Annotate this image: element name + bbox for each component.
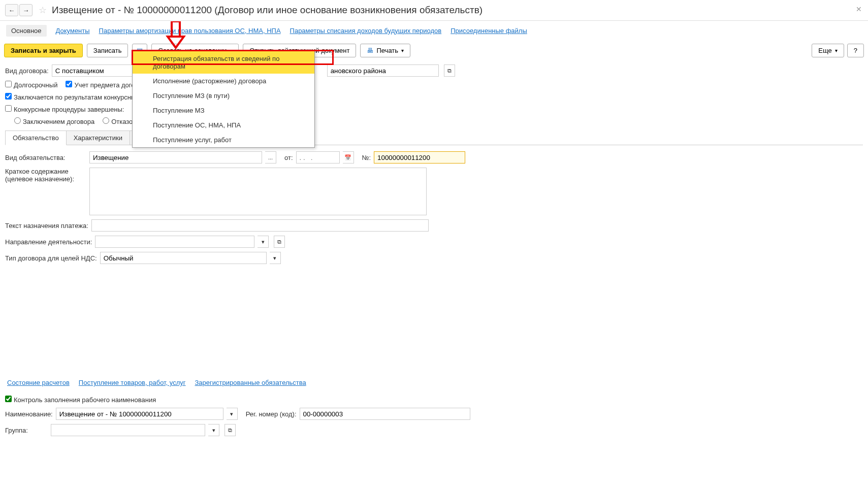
activity-label: Направление деятельности: (5, 238, 92, 246)
vat-type-dropdown-button[interactable]: ▾ (270, 252, 281, 264)
star-icon[interactable]: ☆ (39, 5, 47, 16)
vat-type-label: Тип договора для целей НДС: (5, 254, 97, 262)
bottom-form: Контроль заполнения рабочего наименовани… (0, 391, 868, 444)
summary-textarea[interactable] (89, 168, 427, 215)
close-icon[interactable]: ✕ (856, 5, 862, 13)
top-form: Вид договора: ⧉ Долгосрочный Учет предме… (0, 60, 868, 272)
control-fill-checkbox[interactable] (5, 396, 12, 402)
dropdown-item-services[interactable]: Поступление услуг, работ (133, 133, 314, 147)
reg-num-input[interactable] (300, 408, 470, 420)
procedures-done-checkbox[interactable] (5, 105, 12, 112)
by-contract-radio[interactable] (14, 117, 21, 124)
dropdown-item-mz[interactable]: Поступление МЗ (133, 103, 314, 118)
more-button[interactable]: Еще (812, 44, 844, 57)
tab-obligation[interactable]: Обязательство (5, 130, 67, 145)
obligation-type-input[interactable] (89, 151, 262, 164)
procedures-done-check-label[interactable]: Конкурсные процедуры завершены: (5, 105, 124, 113)
competitive-checkbox[interactable] (5, 93, 12, 100)
tab-content-obligation: Вид обязательства: ... от: 📅 №: Краткое … (5, 145, 863, 264)
activity-open-button[interactable]: ⧉ (274, 236, 285, 248)
printer-icon: 🖶 (367, 47, 373, 54)
group-input[interactable] (51, 424, 205, 436)
group-open-button[interactable]: ⧉ (224, 424, 236, 436)
date-picker-button[interactable]: 📅 (343, 151, 354, 164)
contractor-open-button[interactable]: ⧉ (444, 64, 455, 77)
vat-type-input[interactable] (100, 252, 267, 264)
save-close-button[interactable]: Записать и закрыть (4, 44, 83, 57)
tab-docs[interactable]: Документы (56, 27, 90, 35)
by-contract-radio-label[interactable]: Заключением договора (14, 117, 94, 125)
print-button[interactable]: 🖶Печать (360, 44, 410, 57)
tab-files[interactable]: Присоединенные файлы (451, 27, 527, 35)
titlebar: ← → ☆ Извещение от - № 10000000011200 (Д… (0, 0, 868, 21)
payment-text-input[interactable] (91, 219, 429, 232)
dropdown-item-os[interactable]: Поступление ОС, НМА, НПА (133, 118, 314, 133)
footer-links: Состояние расчетов Поступление товаров, … (0, 374, 868, 391)
activity-dropdown-button[interactable]: ▾ (258, 236, 269, 248)
obligation-type-label: Вид обязательства: (5, 154, 86, 161)
payment-text-label: Текст назначения платежа: (5, 222, 88, 230)
name-input[interactable] (56, 408, 223, 420)
control-fill-label[interactable]: Контроль заполнения рабочего наименовани… (5, 396, 156, 404)
dropdown-item-mz-transit[interactable]: Поступление МЗ (в пути) (133, 88, 314, 103)
tab-characteristics[interactable]: Характеристики (66, 130, 130, 145)
toolbar: Записать и закрыть Записать ▤ Создать на… (0, 41, 868, 60)
contract-type-label: Вид договора: (5, 67, 49, 75)
nav-back-button[interactable]: ← (5, 4, 18, 16)
summary-label: Краткое содержание (целевое назначение): (5, 168, 86, 183)
contract-type-input[interactable] (52, 64, 138, 77)
activity-input[interactable] (95, 236, 254, 248)
link-calc-state[interactable]: Состояние расчетов (7, 379, 70, 386)
reg-num-label: Рег. номер (код): (246, 410, 297, 418)
obligation-type-select-button[interactable]: ... (265, 151, 276, 164)
save-button[interactable]: Записать (87, 44, 128, 57)
print-label: Печать (376, 47, 398, 54)
contractor-input[interactable] (327, 64, 439, 77)
tab-amort[interactable]: Параметры амортизации прав пользования О… (99, 27, 281, 35)
subject-checkbox[interactable] (66, 81, 72, 87)
date-input[interactable] (296, 151, 340, 164)
group-dropdown-button[interactable]: ▾ (208, 424, 219, 436)
from-label: от: (284, 154, 293, 161)
create-based-dropdown: Регистрация обязательств и сведений по д… (132, 51, 315, 148)
name-label: Наименование: (5, 410, 53, 418)
tab-main[interactable]: Основное (6, 25, 47, 37)
dropdown-item-register[interactable]: Регистрация обязательств и сведений по д… (133, 51, 314, 74)
dropdown-item-execute[interactable]: Исполнение (расторжение) договора (133, 74, 314, 88)
link-goods-receipt[interactable]: Поступление товаров, работ, услуг (79, 379, 186, 386)
tab-links: Основное Документы Параметры амортизации… (0, 21, 868, 41)
longterm-checkbox[interactable] (5, 81, 12, 87)
num-input[interactable] (374, 151, 465, 164)
name-dropdown-button[interactable]: ▾ (227, 408, 238, 420)
longterm-check-label[interactable]: Долгосрочный (5, 81, 57, 89)
page-title: Извещение от - № 10000000011200 (Договор… (52, 5, 483, 16)
help-button[interactable]: ? (847, 44, 864, 57)
tab-income[interactable]: Параметры списания доходов будущих перио… (290, 27, 442, 35)
nav-forward-button[interactable]: → (19, 4, 33, 16)
link-registered[interactable]: Зарегистрированные обязательства (195, 379, 306, 386)
num-label: №: (362, 154, 371, 161)
by-refusal-radio[interactable] (103, 117, 109, 124)
group-label: Группа: (5, 427, 48, 434)
